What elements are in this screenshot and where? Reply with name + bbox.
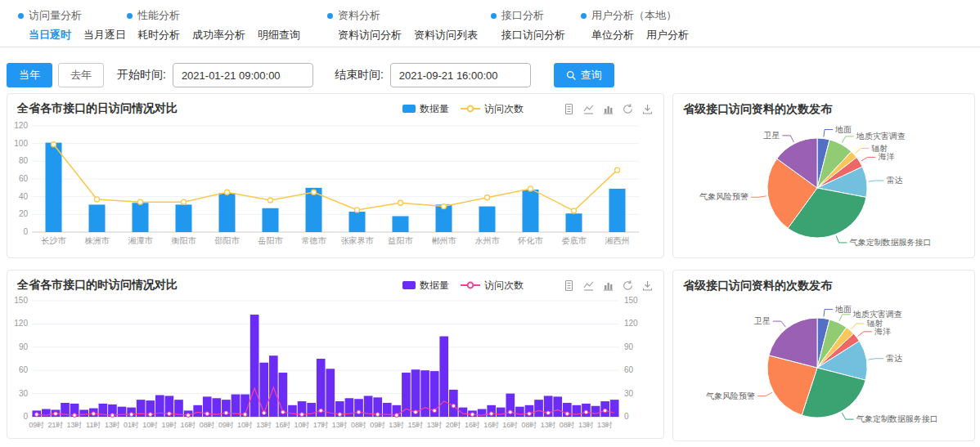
svg-text:怀化市: 怀化市	[518, 236, 544, 245]
bullet-icon	[127, 13, 133, 19]
svg-text:永州市: 永州市	[475, 236, 501, 245]
province-pie-card-2: 省级接口访问资料的次数发布 地面地质灾害调查辐射海洋雷达气象定制数据服务接口气象…	[672, 270, 975, 441]
svg-text:13时: 13时	[389, 421, 404, 429]
svg-text:13时: 13时	[256, 421, 272, 429]
svg-text:气象风险预警: 气象风险预警	[706, 391, 755, 400]
nav-item-4-0[interactable]: 单位分析	[591, 28, 634, 42]
current-year-button[interactable]: 当年	[7, 63, 52, 87]
svg-text:120: 120	[14, 319, 28, 328]
svg-text:30: 30	[19, 389, 29, 398]
legend-label: 访问次数	[484, 279, 524, 293]
svg-text:16时: 16时	[502, 421, 518, 429]
nav-item-1-2[interactable]: 明细查询	[258, 28, 300, 42]
svg-text:郴州市: 郴州市	[432, 236, 457, 245]
legend-bar-swatch	[402, 281, 416, 289]
end-time-label: 结束时间:	[335, 68, 384, 83]
svg-text:雷达: 雷达	[886, 176, 902, 185]
svg-text:30: 30	[624, 389, 634, 398]
legend-item[interactable]: 访问次数	[461, 102, 524, 116]
svg-text:长沙市: 长沙市	[42, 236, 67, 245]
restore-icon[interactable]	[622, 279, 634, 292]
start-time-label: 开始时间:	[117, 68, 166, 83]
nav-item-1-0[interactable]: 耗时分析	[137, 28, 180, 42]
end-time-input[interactable]	[390, 63, 531, 87]
pie-2-title: 省级接口访问资料的次数发布	[673, 270, 974, 293]
download-icon[interactable]	[641, 279, 654, 292]
legend-label: 访问次数	[484, 102, 524, 116]
svg-text:13时: 13时	[578, 421, 594, 429]
search-icon	[566, 70, 577, 81]
svg-text:10时: 10时	[237, 421, 253, 429]
nav-item-4-1[interactable]: 用户分析	[646, 28, 689, 42]
svg-text:13时: 13时	[105, 421, 120, 429]
svg-text:13时: 13时	[541, 421, 556, 429]
hourly-chart-toolbar	[563, 279, 654, 292]
bar-chart-icon[interactable]	[602, 279, 614, 292]
hourly-chart-card: 全省各市接口的时访问情况对比 数据量访问次数 00303060609090120…	[7, 270, 664, 439]
pie-1-title: 省级接口访问资料的次数发布	[673, 94, 974, 117]
nav-item-3-0[interactable]: 接口访问分析	[501, 28, 565, 42]
nav-item-0-1[interactable]: 当月逐日	[83, 28, 126, 42]
svg-text:地面: 地面	[834, 305, 852, 314]
daily-chart-title: 全省各市接口的日访问情况对比	[17, 101, 178, 116]
download-icon[interactable]	[641, 103, 654, 115]
svg-text:20时: 20时	[446, 421, 461, 429]
daily-chart-card: 全省各市接口的日访问情况对比 数据量访问次数 020406080100120长沙…	[7, 93, 664, 258]
svg-text:08时: 08时	[200, 421, 215, 429]
nav-item-0-0[interactable]: 当日逐时	[29, 28, 71, 42]
svg-text:益阳市: 益阳市	[389, 236, 414, 245]
svg-text:16时: 16时	[483, 421, 499, 429]
nav-item-2-1[interactable]: 资料访问列表	[414, 28, 478, 42]
svg-text:常德市: 常德市	[302, 236, 327, 245]
legend-label: 数据量	[420, 279, 449, 293]
svg-text:卫星: 卫星	[754, 316, 771, 325]
header-divider	[0, 47, 980, 47]
nav-group-title: 访问量分析	[29, 8, 82, 23]
line-chart-icon[interactable]	[582, 103, 595, 115]
svg-text:17时: 17时	[313, 421, 329, 429]
data-view-icon[interactable]	[563, 103, 575, 115]
filter-bar: 当年 去年 开始时间: 结束时间: 查询	[7, 62, 614, 88]
legend-item[interactable]: 访问次数	[461, 279, 524, 293]
legend-bar-swatch	[402, 105, 416, 113]
start-time-input[interactable]	[173, 63, 313, 87]
svg-text:21时: 21时	[47, 421, 63, 429]
bullet-icon	[18, 13, 24, 19]
svg-text:气象定制数据服务接口: 气象定制数据服务接口	[850, 238, 932, 247]
svg-text:16时: 16时	[181, 421, 196, 429]
hourly-chart-title: 全省各市接口的时访问情况对比	[17, 278, 178, 293]
svg-text:13时: 13时	[427, 421, 443, 429]
svg-text:辐射: 辐射	[871, 144, 888, 153]
hourly-chart-legend: 数据量访问次数	[402, 279, 524, 293]
last-year-button[interactable]: 去年	[58, 63, 104, 87]
svg-text:120: 120	[624, 319, 638, 328]
nav-item-2-0[interactable]: 资料访问分析	[338, 28, 402, 42]
svg-text:雷达: 雷达	[886, 354, 902, 363]
hourly-bar-line-chart[interactable]: 0030306060909012012015015009时21时13时11时13…	[7, 294, 645, 431]
svg-text:气象定制数据服务接口: 气象定制数据服务接口	[856, 414, 938, 423]
province-pie-chart-1[interactable]: 地面地质灾害调查辐射海洋雷达气象定制数据服务接口气象风险预警卫星	[673, 117, 956, 253]
daily-bar-line-chart[interactable]: 020406080100120长沙市株洲市湘潭市衡阳市邵阳市岳阳市常德市张家界市…	[7, 118, 645, 248]
svg-text:衡阳市: 衡阳市	[171, 236, 197, 245]
svg-text:0: 0	[23, 412, 28, 421]
data-view-icon[interactable]	[563, 279, 575, 292]
restore-icon[interactable]	[622, 103, 634, 115]
svg-text:60: 60	[624, 365, 634, 374]
legend-item[interactable]: 数据量	[402, 279, 449, 293]
svg-text:0: 0	[23, 227, 28, 236]
svg-text:40: 40	[19, 192, 29, 201]
search-button[interactable]: 查询	[554, 63, 614, 87]
svg-text:13时: 13时	[67, 421, 83, 429]
line-chart-icon[interactable]	[582, 279, 595, 292]
svg-text:08时: 08时	[351, 421, 366, 429]
svg-text:16时: 16时	[465, 421, 480, 429]
svg-text:60: 60	[19, 174, 29, 183]
svg-text:08时: 08时	[521, 421, 537, 429]
bullet-icon	[327, 13, 333, 19]
nav-group-4: 用户分析（本地）单位分析用户分析	[581, 8, 689, 42]
nav-item-1-1[interactable]: 成功率分析	[192, 28, 245, 42]
daily-chart-toolbar	[563, 103, 654, 115]
bar-chart-icon[interactable]	[602, 103, 614, 115]
legend-item[interactable]: 数据量	[402, 102, 449, 116]
province-pie-chart-2[interactable]: 地面地质灾害调查辐射海洋雷达气象定制数据服务接口气象风险预警卫星	[673, 293, 956, 436]
